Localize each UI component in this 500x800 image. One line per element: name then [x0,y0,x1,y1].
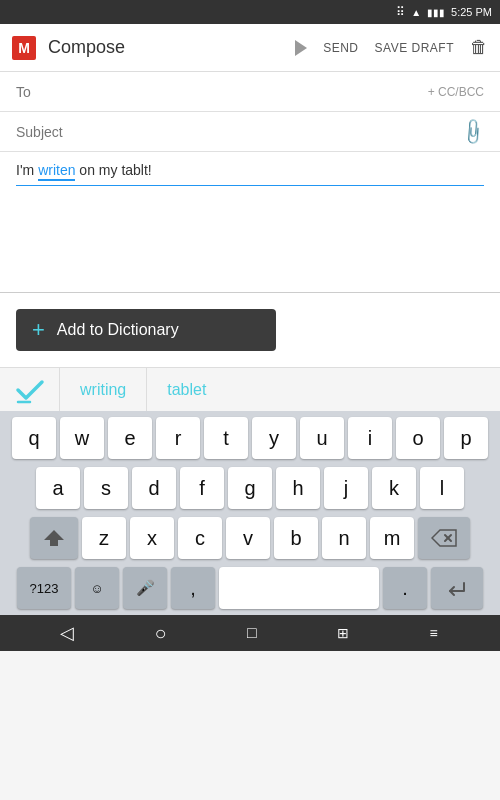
subject-input[interactable] [16,124,462,140]
key-c[interactable]: c [178,517,222,559]
emoji-key[interactable]: ☺ [75,567,119,609]
home-button[interactable]: ○ [155,622,167,645]
app-bar: M Compose SEND SAVE DRAFT 🗑 [0,24,500,72]
to-input[interactable] [16,84,428,100]
key-q[interactable]: q [12,417,56,459]
delete-icon[interactable]: 🗑 [470,37,488,58]
key-d[interactable]: d [132,467,176,509]
status-bar: ⠿ ▲ ▮▮▮ 5:25 PM [0,0,500,24]
key-r[interactable]: r [156,417,200,459]
keyboard: q w e r t y u i o p a s d f g h j k l z … [0,411,500,615]
subject-field-row: 📎 [0,112,500,152]
key-a[interactable]: a [36,467,80,509]
keyboard-row-2: a s d f g h j k l [0,463,500,513]
key-y[interactable]: y [252,417,296,459]
grid-button[interactable]: ⊞ [337,625,349,641]
backspace-key[interactable] [418,517,470,559]
gmail-logo: M [12,36,36,60]
key-l[interactable]: l [420,467,464,509]
body-area[interactable]: I'm writen on my tablt! [0,152,500,292]
keyboard-row-1: q w e r t y u i o p [0,411,500,463]
space-key[interactable] [219,567,379,609]
key-p[interactable]: p [444,417,488,459]
key-b[interactable]: b [274,517,318,559]
mic-key[interactable]: 🎤 [123,567,167,609]
body-text: I'm writen on my tablt! [16,160,484,181]
app-bar-title: Compose [48,37,283,58]
send-button[interactable]: SEND [323,41,358,55]
back-button[interactable]: ◁ [60,622,74,644]
key-v[interactable]: v [226,517,270,559]
suggestion-popup-container: + Add to Dictionary [0,293,500,367]
key-i[interactable]: i [348,417,392,459]
key-s[interactable]: s [84,467,128,509]
key-e[interactable]: e [108,417,152,459]
key-f[interactable]: f [180,467,224,509]
grid-icon: ⠿ [396,5,405,19]
bottom-nav: ◁ ○ □ ⊞ ≡ [0,615,500,651]
key-k[interactable]: k [372,467,416,509]
key-n[interactable]: n [322,517,366,559]
save-draft-button[interactable]: SAVE DRAFT [375,41,454,55]
add-to-dictionary-label: Add to Dictionary [57,321,179,339]
spell-suggestions-row: writing tablet [0,367,500,411]
body-text-before: I'm [16,162,38,178]
key-m[interactable]: m [370,517,414,559]
recent-apps-button[interactable]: □ [247,624,257,642]
battery-icon: ▮▮▮ [427,7,445,18]
plus-icon: + [32,319,45,341]
svg-marker-2 [432,530,456,546]
status-time: 5:25 PM [451,6,492,18]
enter-key[interactable] [431,567,483,609]
spell-suggestion-writing[interactable]: writing [60,368,147,411]
send-arrow-icon [295,40,307,56]
checkmark-icon [14,376,46,404]
body-text-after: on my tablt! [75,162,151,178]
key-j[interactable]: j [324,467,368,509]
svg-marker-1 [44,530,64,546]
compose-area: + CC/BCC 📎 I'm writen on my tablt! [0,72,500,293]
key-w[interactable]: w [60,417,104,459]
key-g[interactable]: g [228,467,272,509]
menu-button[interactable]: ≡ [430,625,440,641]
to-field-row: + CC/BCC [0,72,500,112]
key-o[interactable]: o [396,417,440,459]
comma-key[interactable]: , [171,567,215,609]
cursor-line [16,185,484,186]
period-key[interactable]: . [383,567,427,609]
key-u[interactable]: u [300,417,344,459]
attach-icon[interactable]: 📎 [457,116,488,147]
cc-bcc-button[interactable]: + CC/BCC [428,85,484,99]
key-h[interactable]: h [276,467,320,509]
key-t[interactable]: t [204,417,248,459]
spell-check-icon [0,368,60,411]
num-key[interactable]: ?123 [17,567,71,609]
spell-suggestion-tablet[interactable]: tablet [147,368,226,411]
misspelled-word: writen [38,162,75,181]
keyboard-row-4: ?123 ☺ 🎤 , . [0,563,500,615]
shift-key[interactable] [30,517,78,559]
wifi-icon: ▲ [411,7,421,18]
key-x[interactable]: x [130,517,174,559]
key-z[interactable]: z [82,517,126,559]
add-to-dictionary-popup[interactable]: + Add to Dictionary [16,309,276,351]
keyboard-row-3: z x c v b n m [0,513,500,563]
